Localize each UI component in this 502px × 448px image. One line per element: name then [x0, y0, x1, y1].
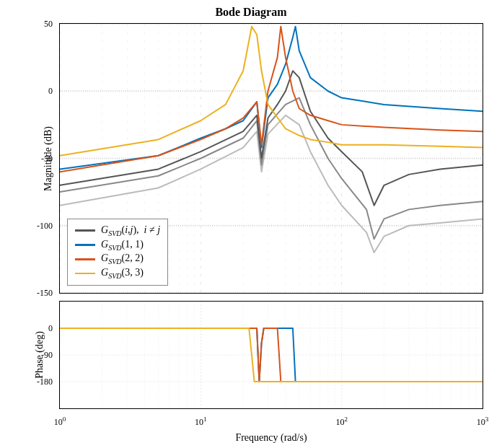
figure-title: Bode Diagram: [7, 6, 495, 19]
phase-yticklabel: 0: [48, 323, 53, 334]
mag-yticklabel: -150: [37, 288, 53, 299]
legend-item-1: GSVD(1, 1): [75, 238, 160, 252]
legend-swatch-icon: [75, 229, 95, 232]
xticklabel: 101: [195, 416, 207, 428]
xticklabel: 102: [335, 416, 348, 428]
legend-swatch-icon: [75, 258, 95, 260]
mag-yticklabel: 50: [44, 19, 53, 30]
phase-yticklabel: -180: [37, 377, 53, 387]
legend-label: GSVD(1, 1): [101, 239, 144, 252]
legend-item-3: GSVD(3, 3): [75, 266, 160, 281]
x-axis-label: Frequency (rad/s): [59, 432, 483, 444]
legend-label: GSVD(3, 3): [101, 267, 144, 280]
panels: Magnitude (dB) -150-100-50050 GSVD(i,j),…: [7, 20, 495, 444]
legend-label: GSVD(2, 2): [101, 252, 144, 265]
series-G-SVD-1-1-: [60, 27, 483, 170]
xticklabel: 103: [477, 416, 489, 428]
magnitude-plot-area: -150-100-50050 GSVD(i,j), i ≠ jGSVD(1, 1…: [59, 23, 483, 294]
legend-box: GSVD(i,j), i ≠ jGSVD(1, 1)GSVD(2, 2)GSVD…: [67, 219, 168, 286]
phase-plot-area: -180-900 100101102103: [59, 301, 483, 409]
mag-yticklabel: -100: [37, 220, 53, 231]
legend-label: GSVD(i,j), i ≠ j: [101, 224, 160, 237]
mag-yticklabel: -50: [41, 153, 53, 164]
legend-swatch-icon: [75, 273, 95, 275]
bode-figure: Bode Diagram Magnitude (dB) -150-100-500…: [0, 0, 502, 448]
phase-panel: Phase (deg) -180-900 100101102103: [59, 301, 483, 409]
series-G-SVD-2-2-: [60, 27, 483, 172]
magnitude-panel: Magnitude (dB) -150-100-50050 GSVD(i,j),…: [59, 23, 483, 294]
phase-svg: [60, 302, 483, 408]
legend-item-0: GSVD(i,j), i ≠ j: [75, 224, 160, 238]
legend-swatch-icon: [75, 244, 95, 246]
phase-yticklabel: -90: [41, 350, 53, 361]
mag-yticklabel: 0: [48, 86, 53, 97]
legend-item-2: GSVD(2, 2): [75, 252, 160, 266]
xticklabel: 100: [54, 416, 66, 428]
